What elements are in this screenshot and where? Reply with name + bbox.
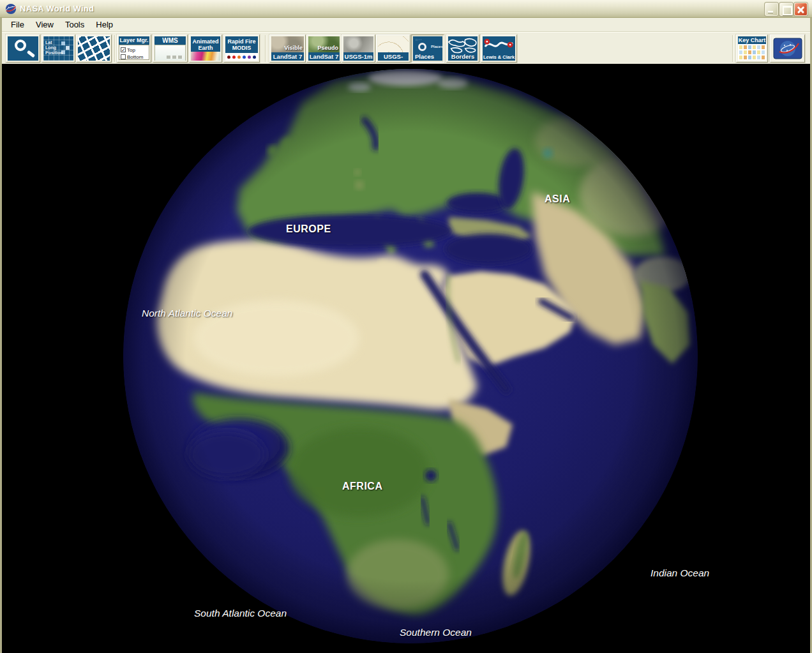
app-window: NASA World Wind File View Tools Help xyxy=(0,0,812,653)
window-title: NASA World Wind xyxy=(20,4,94,13)
maximize-button[interactable] xyxy=(779,3,793,16)
nasa-meatball-icon xyxy=(773,38,802,59)
menu-view[interactable]: View xyxy=(30,19,59,31)
label-north-atlantic: North Atlantic Ocean xyxy=(142,308,232,319)
label-europe: EUROPE xyxy=(286,223,331,235)
places-icon xyxy=(418,43,426,51)
wms-window-icon xyxy=(154,45,186,61)
layer-manager-title: Layer Mgr. xyxy=(119,36,149,45)
toolbar-separator xyxy=(114,35,116,62)
modis-dots-icon xyxy=(225,53,258,61)
menu-file[interactable]: File xyxy=(5,19,30,31)
menu-bar: File View Tools Help xyxy=(2,18,810,32)
rapid-fire-modis-button[interactable]: Rapid Fire MODIS xyxy=(223,34,260,63)
layer-manager-button[interactable]: Layer Mgr. ✓ Top Bottom xyxy=(117,34,151,63)
label-indian-ocean: Indian Ocean xyxy=(650,567,709,579)
title-bar[interactable]: NASA World Wind xyxy=(0,0,812,18)
search-button[interactable] xyxy=(6,34,40,63)
pseudo-landsat7-button[interactable]: Pseudo LandSat 7 xyxy=(306,34,342,63)
label-africa: AFRICA xyxy=(342,481,382,492)
checkbox-bottom xyxy=(121,54,126,59)
wms-button[interactable]: WMS xyxy=(153,34,188,63)
label-southern-ocean: Southern Ocean xyxy=(400,627,472,638)
globe-grid-icon xyxy=(78,36,110,61)
menu-help[interactable]: Help xyxy=(90,19,119,31)
toolbar-separator xyxy=(265,35,266,62)
usgs-1m-button[interactable]: USGS-1m xyxy=(342,34,375,63)
usgs-topo-thumbnail-icon xyxy=(378,36,409,54)
label-asia: ASIA xyxy=(545,193,570,205)
search-icon xyxy=(15,40,26,51)
close-button[interactable] xyxy=(794,3,808,16)
globe-viewport: ASIA EUROPE AFRICA North Atlantic Ocean … xyxy=(2,64,810,653)
lewis-clark-button[interactable]: Lewis & Clark xyxy=(481,34,517,63)
animated-earth-button[interactable]: Animated Earth xyxy=(189,34,222,63)
animated-earth-icon xyxy=(191,52,220,61)
checkbox-top: ✓ xyxy=(121,47,126,52)
globe-canvas[interactable] xyxy=(2,64,810,653)
menu-tools[interactable]: Tools xyxy=(59,19,90,31)
label-south-atlantic: South Atlantic Ocean xyxy=(194,608,287,619)
toolbar: Lat Long Position Layer Mgr. ✓ Top xyxy=(2,32,810,64)
nasa-home-button[interactable] xyxy=(770,34,805,63)
minimize-button[interactable] xyxy=(765,3,778,16)
usgs-topo-button[interactable]: USGS-Topo xyxy=(376,34,410,63)
places-button[interactable]: □ ▫ ▫ Places Places xyxy=(411,34,444,63)
usgs-1m-thumbnail-icon xyxy=(343,36,373,54)
key-chart-button[interactable]: Key Chart xyxy=(736,34,768,63)
visible-landsat7-button[interactable]: Visible LandSat 7 xyxy=(269,34,306,63)
nasa-logo-icon xyxy=(5,3,17,15)
toolbar-separator xyxy=(732,35,733,62)
latlong-position-button[interactable]: Lat Long Position xyxy=(41,34,75,63)
wms-title: WMS xyxy=(154,36,186,45)
borders-button[interactable]: Borders xyxy=(446,34,479,63)
globe-grid-button[interactable] xyxy=(76,34,112,63)
key-chart-grid-icon xyxy=(738,44,766,61)
